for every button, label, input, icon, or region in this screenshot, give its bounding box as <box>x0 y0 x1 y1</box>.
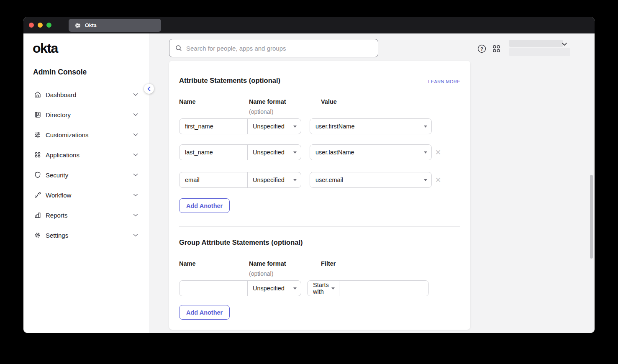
name-format-value: Unspecified <box>253 123 285 130</box>
sidebar-item-reports[interactable]: Reports <box>23 205 149 225</box>
sidebar-item-security[interactable]: Security <box>23 165 149 185</box>
filter-type-value: Starts with <box>313 282 331 295</box>
attribute-row-value <box>310 144 432 160</box>
chevron-down-icon <box>133 193 138 197</box>
main-region: ? Attribute Statements (optional) LEARN … <box>149 33 595 333</box>
dropdown-arrow-icon <box>331 287 335 290</box>
remove-row-button[interactable]: ✕ <box>434 144 442 160</box>
sidebar-item-label: Applications <box>46 151 79 159</box>
column-header-name-format: Name format <box>249 98 286 105</box>
value-dropdown-button[interactable] <box>419 119 431 134</box>
apps-launcher-icon[interactable] <box>492 44 501 53</box>
column-header-value: Value <box>321 98 337 105</box>
attribute-name-input[interactable] <box>180 149 247 156</box>
value-dropdown-button[interactable] <box>419 172 431 187</box>
attribute-name-input[interactable] <box>180 177 247 183</box>
divider <box>179 65 460 65</box>
directory-icon <box>34 111 41 118</box>
chevron-down-icon <box>133 233 138 237</box>
sidebar-item-label: Security <box>46 172 68 179</box>
attribute-value-input[interactable] <box>310 119 419 134</box>
value-dropdown-button[interactable] <box>419 145 431 160</box>
user-org-redacted <box>509 48 570 56</box>
attribute-row: Unspecified <box>179 172 301 188</box>
user-menu-chevron-icon[interactable] <box>562 42 567 46</box>
browser-window: Okta okta Admin Console Dashboard <box>23 17 595 333</box>
attribute-row-value <box>310 118 432 134</box>
sidebar-item-applications[interactable]: Applications <box>23 145 149 165</box>
search-icon <box>175 45 182 51</box>
attribute-value-input[interactable] <box>310 145 419 160</box>
workflow-icon <box>34 191 41 199</box>
zoom-window-button[interactable] <box>46 23 51 28</box>
remove-row-button[interactable]: ✕ <box>434 172 442 188</box>
filter-value-input[interactable] <box>339 281 428 296</box>
svg-text:?: ? <box>480 46 483 51</box>
group-name-input[interactable] <box>180 285 247 292</box>
sidebar-item-label: Settings <box>46 232 68 239</box>
chevron-down-icon <box>133 93 138 96</box>
group-filter-row: Starts with <box>307 280 429 296</box>
dropdown-arrow-icon <box>293 126 297 128</box>
name-format-select[interactable]: Unspecified <box>248 145 301 160</box>
filter-type-select[interactable]: Starts with <box>308 281 339 296</box>
column-header-filter: Filter <box>321 260 336 267</box>
apps-grid-icon <box>34 151 41 159</box>
chevron-down-icon <box>133 133 138 136</box>
add-another-group-button[interactable]: Add Another <box>179 305 230 320</box>
sidebar-item-label: Customizations <box>46 131 89 138</box>
search-input[interactable] <box>186 45 378 52</box>
sidebar-collapse-button[interactable] <box>144 84 154 94</box>
sidebar-item-label: Directory <box>46 111 71 118</box>
help-icon[interactable]: ? <box>477 44 486 53</box>
sidebar-item-directory[interactable]: Directory <box>23 105 149 125</box>
sidebar-item-label: Dashboard <box>46 91 76 98</box>
sidebar-item-dashboard[interactable]: Dashboard <box>23 85 149 105</box>
dropdown-arrow-icon <box>293 151 297 154</box>
sidebar-item-customizations[interactable]: Customizations <box>23 125 149 145</box>
traffic-lights <box>29 23 51 28</box>
close-window-button[interactable] <box>29 23 34 28</box>
okta-logo: okta <box>33 41 58 56</box>
sidebar-item-workflow[interactable]: Workflow <box>23 185 149 205</box>
gear-icon <box>34 231 41 239</box>
sidebar-item-settings[interactable]: Settings <box>23 225 149 245</box>
admin-console-title: Admin Console <box>33 68 87 77</box>
tab-title: Okta <box>85 23 97 28</box>
browser-tab[interactable]: Okta <box>69 19 161 32</box>
name-format-value: Unspecified <box>253 285 285 292</box>
dropdown-arrow-icon <box>293 179 297 181</box>
home-icon <box>34 91 41 98</box>
attribute-name-input[interactable] <box>180 123 247 130</box>
sidebar-nav: Dashboard Directory <box>23 85 149 245</box>
learn-more-link[interactable]: LEARN MORE <box>428 79 460 84</box>
settings-card: Attribute Statements (optional) LEARN MO… <box>169 61 470 330</box>
group-attribute-statements-title: Group Attribute Statements (optional) <box>179 238 303 246</box>
chevron-down-icon <box>133 173 138 177</box>
attribute-value-input[interactable] <box>310 172 419 187</box>
title-bar: Okta <box>23 17 595 33</box>
name-format-value: Unspecified <box>253 177 285 183</box>
dropdown-arrow-icon <box>424 179 427 181</box>
name-format-select[interactable]: Unspecified <box>248 119 301 134</box>
sidebar: okta Admin Console Dashboard Directory <box>23 33 149 333</box>
column-header-name-format: Name format <box>249 260 286 267</box>
column-note-optional: (optional) <box>249 108 273 115</box>
column-header-name: Name <box>179 260 196 267</box>
group-attribute-row: Unspecified <box>179 280 301 296</box>
name-format-select[interactable]: Unspecified <box>248 172 301 187</box>
user-name-redacted <box>509 40 563 47</box>
vertical-scrollbar[interactable] <box>590 175 593 259</box>
chevron-down-icon <box>133 153 138 156</box>
attribute-statements-title: Attribute Statements (optional) <box>179 77 280 85</box>
attribute-row: Unspecified <box>179 144 301 160</box>
minimize-window-button[interactable] <box>38 23 43 28</box>
add-another-button[interactable]: Add Another <box>179 198 230 213</box>
dropdown-arrow-icon <box>293 287 297 290</box>
bar-chart-icon <box>34 211 41 219</box>
chevron-down-icon <box>133 213 138 217</box>
name-format-value: Unspecified <box>253 149 285 156</box>
global-search[interactable] <box>169 39 378 57</box>
sidebar-item-label: Reports <box>46 212 68 219</box>
name-format-select[interactable]: Unspecified <box>248 281 301 296</box>
